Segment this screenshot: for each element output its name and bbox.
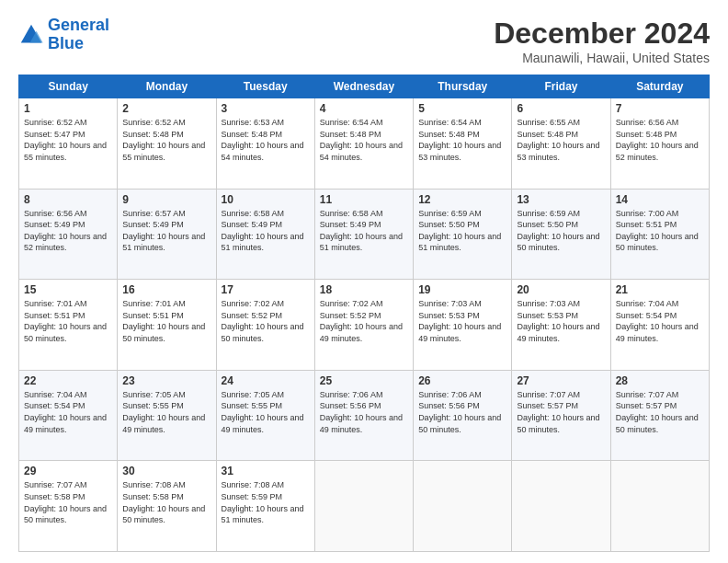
cell-info: Sunrise: 7:06 AM Sunset: 5:56 PM Dayligh… [320, 389, 408, 435]
day-number: 26 [418, 374, 506, 387]
day-header-wednesday: Wednesday [314, 75, 413, 98]
day-header-sunday: Sunday [19, 75, 118, 98]
calendar-cell: 18 Sunrise: 7:02 AM Sunset: 5:52 PM Dayl… [314, 280, 413, 371]
day-number: 10 [222, 193, 310, 206]
day-number: 27 [517, 374, 605, 387]
calendar-cell: 15 Sunrise: 7:01 AM Sunset: 5:51 PM Dayl… [19, 280, 118, 371]
cell-info: Sunrise: 7:00 AM Sunset: 5:51 PM Dayligh… [616, 208, 704, 254]
cell-info: Sunrise: 6:58 AM Sunset: 5:49 PM Dayligh… [320, 208, 408, 254]
cell-info: Sunrise: 7:04 AM Sunset: 5:54 PM Dayligh… [24, 389, 112, 435]
cell-info: Sunrise: 7:02 AM Sunset: 5:52 PM Dayligh… [222, 298, 310, 344]
day-number: 2 [122, 102, 210, 115]
day-number: 21 [616, 283, 704, 296]
cell-info: Sunrise: 7:08 AM Sunset: 5:59 PM Dayligh… [222, 479, 310, 525]
header-row: SundayMondayTuesdayWednesdayThursdayFrid… [19, 75, 710, 98]
day-number: 16 [122, 283, 210, 296]
calendar-cell: 4 Sunrise: 6:54 AM Sunset: 5:48 PM Dayli… [314, 98, 413, 190]
month-title: December 2024 [494, 17, 710, 51]
calendar-cell [414, 461, 512, 552]
cell-info: Sunrise: 6:54 AM Sunset: 5:48 PM Dayligh… [418, 117, 506, 163]
logo-line2: Blue [48, 34, 84, 52]
calendar-cell: 27 Sunrise: 7:07 AM Sunset: 5:57 PM Dayl… [512, 370, 610, 461]
week-row-1: 1 Sunrise: 6:52 AM Sunset: 5:47 PM Dayli… [19, 98, 710, 190]
calendar-cell: 3 Sunrise: 6:53 AM Sunset: 5:48 PM Dayli… [216, 98, 314, 190]
cell-info: Sunrise: 6:54 AM Sunset: 5:48 PM Dayligh… [320, 117, 408, 163]
calendar-cell: 24 Sunrise: 7:05 AM Sunset: 5:55 PM Dayl… [216, 370, 314, 461]
cell-info: Sunrise: 6:55 AM Sunset: 5:48 PM Dayligh… [517, 117, 605, 163]
calendar-cell: 31 Sunrise: 7:08 AM Sunset: 5:59 PM Dayl… [216, 461, 314, 552]
day-number: 17 [222, 283, 310, 296]
cell-info: Sunrise: 7:03 AM Sunset: 5:53 PM Dayligh… [517, 298, 605, 344]
cell-info: Sunrise: 6:52 AM Sunset: 5:48 PM Dayligh… [122, 117, 210, 163]
calendar-cell: 6 Sunrise: 6:55 AM Sunset: 5:48 PM Dayli… [512, 98, 610, 190]
calendar-cell: 16 Sunrise: 7:01 AM Sunset: 5:51 PM Dayl… [118, 280, 216, 371]
day-number: 20 [517, 283, 605, 296]
logo-line1: General [48, 16, 109, 34]
day-number: 7 [616, 102, 704, 115]
day-number: 22 [24, 374, 112, 387]
day-number: 28 [616, 374, 704, 387]
cell-info: Sunrise: 6:53 AM Sunset: 5:48 PM Dayligh… [222, 117, 310, 163]
day-header-monday: Monday [118, 75, 216, 98]
day-header-friday: Friday [512, 75, 610, 98]
day-number: 4 [320, 102, 408, 115]
calendar-cell: 5 Sunrise: 6:54 AM Sunset: 5:48 PM Dayli… [414, 98, 512, 190]
cell-info: Sunrise: 7:04 AM Sunset: 5:54 PM Dayligh… [616, 298, 704, 344]
calendar-cell [314, 461, 413, 552]
day-number: 5 [418, 102, 506, 115]
calendar-cell: 1 Sunrise: 6:52 AM Sunset: 5:47 PM Dayli… [19, 98, 118, 190]
day-number: 3 [222, 102, 310, 115]
week-row-4: 22 Sunrise: 7:04 AM Sunset: 5:54 PM Dayl… [19, 370, 710, 461]
location-title: Maunawili, Hawaii, United States [494, 51, 710, 65]
calendar-cell: 21 Sunrise: 7:04 AM Sunset: 5:54 PM Dayl… [610, 280, 709, 371]
calendar-cell: 23 Sunrise: 7:05 AM Sunset: 5:55 PM Dayl… [118, 370, 216, 461]
day-number: 8 [24, 193, 112, 206]
cell-info: Sunrise: 6:56 AM Sunset: 5:49 PM Dayligh… [24, 208, 112, 254]
day-number: 6 [517, 102, 605, 115]
calendar-cell: 2 Sunrise: 6:52 AM Sunset: 5:48 PM Dayli… [118, 98, 216, 190]
day-number: 19 [418, 283, 506, 296]
week-row-5: 29 Sunrise: 7:07 AM Sunset: 5:58 PM Dayl… [19, 461, 710, 552]
logo-text: General Blue [48, 17, 109, 53]
day-number: 12 [418, 193, 506, 206]
day-number: 30 [122, 465, 210, 477]
day-number: 9 [122, 193, 210, 206]
calendar-cell: 26 Sunrise: 7:06 AM Sunset: 5:56 PM Dayl… [414, 370, 512, 461]
day-number: 24 [222, 374, 310, 387]
logo: General Blue [18, 17, 109, 53]
calendar-cell: 13 Sunrise: 6:59 AM Sunset: 5:50 PM Dayl… [512, 189, 610, 280]
calendar-cell: 10 Sunrise: 6:58 AM Sunset: 5:49 PM Dayl… [216, 189, 314, 280]
header: General Blue December 2024 Maunawili, Ha… [18, 17, 710, 65]
cell-info: Sunrise: 7:02 AM Sunset: 5:52 PM Dayligh… [320, 298, 408, 344]
day-number: 13 [517, 193, 605, 206]
day-number: 31 [222, 465, 310, 477]
day-header-saturday: Saturday [610, 75, 709, 98]
calendar-cell: 29 Sunrise: 7:07 AM Sunset: 5:58 PM Dayl… [19, 461, 118, 552]
cell-info: Sunrise: 7:05 AM Sunset: 5:55 PM Dayligh… [122, 389, 210, 435]
cell-info: Sunrise: 6:59 AM Sunset: 5:50 PM Dayligh… [418, 208, 506, 254]
week-row-3: 15 Sunrise: 7:01 AM Sunset: 5:51 PM Dayl… [19, 280, 710, 371]
cell-info: Sunrise: 7:03 AM Sunset: 5:53 PM Dayligh… [418, 298, 506, 344]
day-number: 29 [24, 465, 112, 477]
calendar-cell: 20 Sunrise: 7:03 AM Sunset: 5:53 PM Dayl… [512, 280, 610, 371]
cell-info: Sunrise: 6:58 AM Sunset: 5:49 PM Dayligh… [222, 208, 310, 254]
day-header-tuesday: Tuesday [216, 75, 314, 98]
cell-info: Sunrise: 7:07 AM Sunset: 5:58 PM Dayligh… [24, 479, 112, 525]
day-number: 14 [616, 193, 704, 206]
calendar-cell: 9 Sunrise: 6:57 AM Sunset: 5:49 PM Dayli… [118, 189, 216, 280]
week-row-2: 8 Sunrise: 6:56 AM Sunset: 5:49 PM Dayli… [19, 189, 710, 280]
cell-info: Sunrise: 7:07 AM Sunset: 5:57 PM Dayligh… [616, 389, 704, 435]
cell-info: Sunrise: 6:52 AM Sunset: 5:47 PM Dayligh… [24, 117, 112, 163]
calendar-cell: 17 Sunrise: 7:02 AM Sunset: 5:52 PM Dayl… [216, 280, 314, 371]
calendar-cell: 14 Sunrise: 7:00 AM Sunset: 5:51 PM Dayl… [610, 189, 709, 280]
title-block: December 2024 Maunawili, Hawaii, United … [494, 17, 710, 65]
calendar-cell [610, 461, 709, 552]
calendar-page: General Blue December 2024 Maunawili, Ha… [0, 0, 728, 563]
day-number: 18 [320, 283, 408, 296]
calendar-cell: 19 Sunrise: 7:03 AM Sunset: 5:53 PM Dayl… [414, 280, 512, 371]
day-number: 15 [24, 283, 112, 296]
calendar-table: SundayMondayTuesdayWednesdayThursdayFrid… [18, 75, 710, 552]
cell-info: Sunrise: 7:01 AM Sunset: 5:51 PM Dayligh… [122, 298, 210, 344]
cell-info: Sunrise: 6:59 AM Sunset: 5:50 PM Dayligh… [517, 208, 605, 254]
calendar-cell: 30 Sunrise: 7:08 AM Sunset: 5:58 PM Dayl… [118, 461, 216, 552]
